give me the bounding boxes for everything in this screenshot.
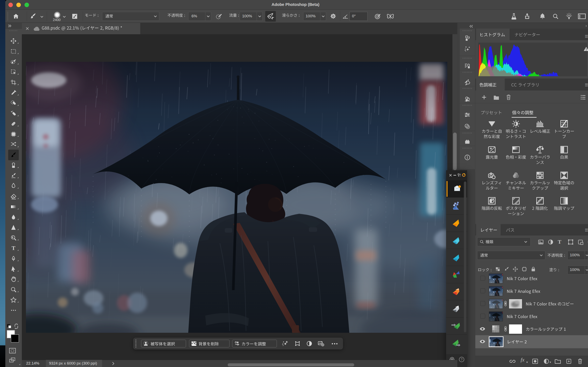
svg-text:T: T [12, 245, 16, 251]
svg-text:?: ? [461, 358, 462, 361]
